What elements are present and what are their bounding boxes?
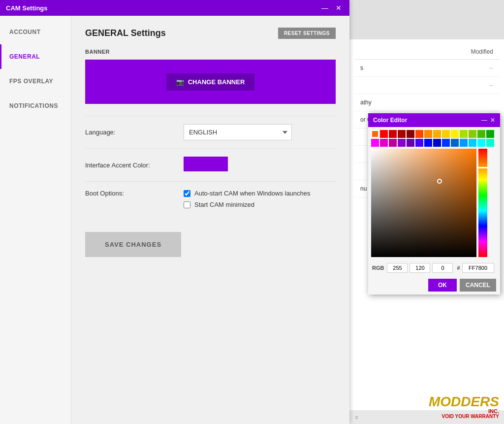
bg-row-3: athy: [354, 94, 499, 111]
minimize-button[interactable]: —: [320, 4, 330, 12]
sidebar-item-fps-overlay[interactable]: FPS OVERLAY: [0, 69, 71, 94]
cam-settings-window: CAM Settings — ✕ ACCOUNT GENERAL FPS OVE…: [0, 0, 349, 424]
red-input[interactable]: [387, 263, 408, 273]
color-editor-dialog: Color Editor — ✕: [368, 113, 500, 294]
color-editor-title: Color Editor: [373, 117, 407, 124]
auto-start-checkbox[interactable]: [184, 190, 190, 197]
bg-row-2-value: --: [489, 82, 493, 89]
bg-modified-label: Modified: [471, 48, 493, 55]
cancel-button[interactable]: CANCEL: [460, 279, 496, 292]
blue-input[interactable]: [432, 263, 453, 273]
ok-button[interactable]: OK: [428, 279, 457, 292]
swatch-purple1[interactable]: [389, 139, 397, 147]
start-minimized-checkbox[interactable]: [184, 201, 190, 208]
swatch-teal[interactable]: [486, 139, 494, 147]
close-button[interactable]: ✕: [334, 4, 344, 12]
bg-row-1-label: s: [360, 65, 363, 71]
accent-color-label: Interface Accent Color:: [85, 162, 184, 169]
swatch-purple2[interactable]: [398, 139, 406, 147]
main-content: GENERAL Settings RESET SETTINGS BANNER 📷…: [71, 16, 349, 424]
swatch-magenta2[interactable]: [380, 139, 388, 147]
swatch-cyan2[interactable]: [469, 139, 476, 147]
cam-titlebar: CAM Settings — ✕: [0, 0, 349, 16]
swatch-purple3[interactable]: [407, 139, 414, 147]
change-banner-label: CHANGE BANNER: [188, 78, 245, 86]
banner-area[interactable]: 📷 CHANGE BANNER: [85, 60, 336, 104]
bg-row-2: --: [354, 77, 499, 94]
swatch-yellow[interactable]: [451, 130, 459, 138]
color-editor-window-controls: — ✕: [481, 117, 495, 124]
rgb-label: RGB: [372, 265, 384, 271]
sidebar: ACCOUNT GENERAL FPS OVERLAY NOTIFICATION…: [0, 16, 71, 424]
swatch-red4[interactable]: [407, 130, 414, 138]
swatch-green1[interactable]: [477, 130, 485, 138]
swatch-red2[interactable]: [389, 130, 397, 138]
cam-window-title: CAM Settings: [6, 4, 48, 12]
swatch-orange3[interactable]: [424, 130, 432, 138]
swatch-blue4[interactable]: [442, 139, 450, 147]
swatch-amber2[interactable]: [442, 130, 450, 138]
color-editor-footer: OK CANCEL: [368, 276, 500, 294]
swatch-blue5[interactable]: [451, 139, 459, 147]
swatch-orange2[interactable]: [415, 130, 423, 138]
language-row: Language: ENGLISH FRENCH GERMAN SPANISH …: [85, 116, 336, 148]
color-editor-close-button[interactable]: ✕: [490, 117, 495, 124]
settings-header: GENERAL Settings RESET SETTINGS: [85, 28, 336, 39]
bg-row-1: s --: [354, 60, 499, 77]
green-input[interactable]: [410, 263, 430, 273]
swatches-area: [368, 127, 500, 149]
swatch-orange[interactable]: [371, 130, 379, 138]
banner-section-label: BANNER: [85, 49, 336, 55]
auto-start-row: Auto-start CAM when Windows launches: [184, 190, 336, 197]
swatch-blue2[interactable]: [424, 139, 432, 147]
sidebar-item-account[interactable]: ACCOUNT: [0, 20, 71, 44]
boot-options-row: Boot Options: Auto-start CAM when Window…: [85, 181, 336, 220]
swatch-amber1[interactable]: [433, 130, 441, 138]
camera-icon: 📷: [176, 78, 184, 86]
language-select[interactable]: ENGLISH FRENCH GERMAN SPANISH JAPANESE K…: [184, 124, 292, 140]
color-gradient[interactable]: [371, 149, 476, 257]
swatch-lime2[interactable]: [469, 130, 476, 138]
save-section: SAVE CHANGES: [85, 220, 336, 257]
hue-slider[interactable]: [478, 149, 487, 257]
swatch-blue1[interactable]: [415, 139, 423, 147]
bg-row-1-value: --: [489, 65, 493, 71]
swatch-blue3[interactable]: [433, 139, 441, 147]
auto-start-label[interactable]: Auto-start CAM when Windows launches: [194, 190, 311, 197]
language-label: Language:: [85, 129, 184, 136]
start-minimized-label[interactable]: Start CAM minimized: [194, 201, 254, 208]
picker-area: [371, 149, 497, 257]
settings-title: GENERAL Settings: [85, 28, 166, 38]
sidebar-item-notifications[interactable]: NOTIFICATIONS: [0, 94, 71, 118]
swatches-row-2: [371, 139, 497, 147]
accent-color-control: [184, 157, 336, 173]
sidebar-item-general[interactable]: GENERAL: [0, 44, 71, 69]
swatch-cyan1[interactable]: [460, 139, 468, 147]
titlebar-controls: — ✕: [320, 4, 344, 12]
sidebar-item-account-label: ACCOUNT: [9, 29, 41, 35]
bg-row-3-label: athy: [360, 99, 372, 106]
cam-body: ACCOUNT GENERAL FPS OVERLAY NOTIFICATION…: [0, 16, 349, 424]
color-editor-minimize-button[interactable]: —: [481, 117, 487, 124]
hex-input[interactable]: [462, 263, 494, 273]
bg-footer-text: c: [355, 414, 358, 420]
boot-options-label: Boot Options:: [85, 190, 184, 197]
accent-color-row: Interface Accent Color:: [85, 148, 336, 181]
swatch-red1[interactable]: [380, 130, 388, 138]
save-changes-button[interactable]: SAVE CHANGES: [85, 232, 181, 257]
bg-header: Modified: [354, 44, 499, 60]
swatch-lime1[interactable]: [460, 130, 468, 138]
color-editor-titlebar: Color Editor — ✕: [368, 113, 500, 127]
change-banner-button[interactable]: 📷 CHANGE BANNER: [166, 73, 255, 91]
sidebar-item-notifications-label: NOTIFICATIONS: [9, 102, 58, 109]
hex-label: #: [457, 265, 460, 271]
rgb-row: RGB #: [368, 260, 500, 276]
swatch-cyan3[interactable]: [477, 139, 485, 147]
swatch-green2[interactable]: [486, 130, 494, 138]
sidebar-item-general-label: GENERAL: [9, 53, 40, 60]
sidebar-item-fps-label: FPS OVERLAY: [9, 78, 53, 85]
accent-color-swatch[interactable]: [184, 157, 228, 171]
swatch-red3[interactable]: [398, 130, 406, 138]
reset-settings-button[interactable]: RESET SETTINGS: [278, 28, 336, 39]
swatch-magenta1[interactable]: [371, 139, 379, 147]
